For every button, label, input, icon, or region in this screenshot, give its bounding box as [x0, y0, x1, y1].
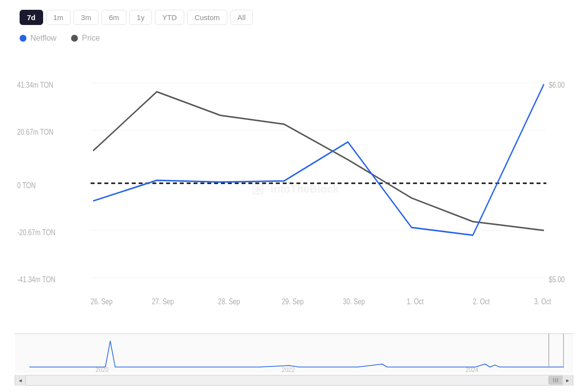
time-btn-1y[interactable]: 1y: [129, 10, 152, 25]
svg-text:20.67m TON: 20.67m TON: [17, 128, 53, 136]
svg-text:$5.00: $5.00: [549, 275, 565, 284]
svg-text:1. Oct: 1. Oct: [407, 297, 424, 306]
svg-text:-20.67m TON: -20.67m TON: [17, 228, 55, 237]
svg-text:0 TON: 0 TON: [17, 181, 36, 189]
time-btn-ytd[interactable]: YTD: [155, 10, 184, 25]
main-chart-area: IntoTheBlock 41.34m TON 20.67m TON 0 TON…: [15, 48, 573, 331]
svg-text:$6.00: $6.00: [549, 81, 565, 89]
chart-wrapper: IntoTheBlock 41.34m TON 20.67m TON 0 TON…: [15, 48, 573, 387]
price-dot: [71, 35, 78, 42]
svg-text:2. Oct: 2. Oct: [473, 297, 490, 306]
netflow-dot: [20, 35, 26, 42]
time-btn-custom[interactable]: Custom: [187, 10, 227, 25]
svg-text:29. Sep: 29. Sep: [282, 297, 304, 306]
page-container: 7d1m3m6m1yYTDCustomAll Netflow Price: [0, 0, 588, 392]
svg-text:30. Sep: 30. Sep: [343, 297, 365, 306]
scroll-thumb[interactable]: [548, 376, 563, 385]
svg-text:-41.34m TON: -41.34m TON: [17, 275, 55, 284]
mini-chart-svg: 2020 2022 2024: [15, 334, 573, 373]
scroll-bar: ◄ ►: [15, 375, 573, 386]
svg-text:41.34m TON: 41.34m TON: [17, 81, 53, 89]
mini-chart-container: 2020 2022 2024 ◄ ►: [15, 333, 573, 387]
legend-netflow: Netflow: [20, 34, 56, 43]
svg-text:3. Oct: 3. Oct: [534, 297, 551, 306]
time-btn-1m[interactable]: 1m: [46, 10, 71, 25]
legend: Netflow Price: [15, 34, 573, 43]
legend-price: Price: [71, 34, 99, 43]
time-btn-all[interactable]: All: [230, 10, 253, 25]
svg-text:28. Sep: 28. Sep: [218, 297, 240, 306]
scroll-right-button[interactable]: ►: [562, 375, 573, 386]
main-chart-svg: 41.34m TON 20.67m TON 0 TON -20.67m TON …: [15, 48, 573, 331]
svg-text:27. Sep: 27. Sep: [152, 297, 174, 306]
netflow-label: Netflow: [30, 34, 56, 43]
time-btn-6m[interactable]: 6m: [101, 10, 126, 25]
price-label: Price: [82, 34, 99, 43]
scroll-left-button[interactable]: ◄: [15, 375, 26, 386]
svg-text:2022: 2022: [282, 367, 295, 373]
svg-text:2020: 2020: [96, 367, 109, 373]
time-btn-7d[interactable]: 7d: [20, 10, 43, 25]
svg-text:26. Sep: 26. Sep: [91, 297, 113, 306]
svg-text:2024: 2024: [466, 367, 479, 373]
time-range-bar: 7d1m3m6m1yYTDCustomAll: [15, 10, 573, 25]
time-btn-3m[interactable]: 3m: [74, 10, 98, 25]
